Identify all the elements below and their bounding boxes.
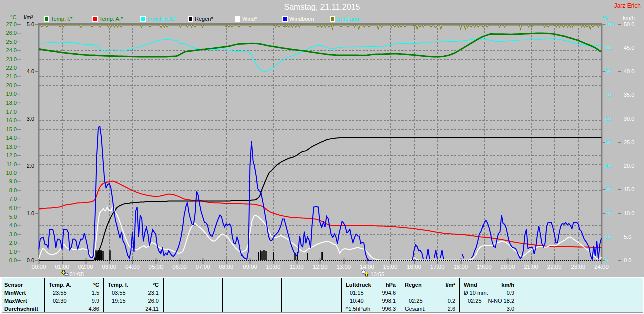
x-axis-value: 18:00 (453, 264, 468, 270)
temp-axis-value: 13.0 (6, 144, 17, 150)
temp-axis-value: 19.0 (6, 91, 17, 97)
table-value: 0.9 (464, 290, 514, 296)
table-divider (44, 278, 45, 312)
x-axis-value: 08:00 (219, 264, 233, 270)
temp-axis-value: 10.0 (6, 170, 17, 176)
table-col-unit: °C (108, 282, 159, 288)
temp-axis-value: 8.0 (9, 187, 17, 193)
temp-axis-value: 26.0 (6, 30, 17, 36)
wind-axis-value: 15.0 (624, 186, 634, 192)
wind-axis-value: 25.0 (624, 139, 634, 145)
rain-axis-value: 4.0 (27, 68, 34, 74)
table-value: 26.0 (108, 298, 159, 304)
rain-axis-value: 5.0 (27, 21, 34, 27)
temp-axis-value: 7.0 (9, 196, 17, 202)
temp-axis-value: 1.0 (9, 249, 17, 255)
x-axis-value: 06:00 (172, 264, 187, 270)
x-axis-value: 09:00 (243, 264, 257, 270)
table-row-label: Durchschnitt (4, 306, 38, 312)
x-axis-value: 24:00 (594, 264, 609, 270)
temp-axis-value: 14.0 (6, 135, 17, 141)
table-col-unit: l/m² (405, 282, 455, 288)
rain-axis-value: 2.0 (27, 163, 34, 169)
x-axis-value: 15:00 (383, 264, 398, 270)
humidity-axis-value: 40 (605, 163, 611, 169)
rain-axis-value: 1.0 (27, 210, 34, 216)
x-axis-value: 02:00 (78, 264, 93, 270)
temp-axis-value: 27.0 (6, 21, 17, 27)
table-value: 994.6 (346, 290, 396, 296)
table-col-unit: km/h (464, 282, 514, 288)
rain-axis-value: 3.0 (27, 116, 34, 122)
x-axis-value: 20:00 (501, 264, 515, 270)
weather-day-chart-window: Samstag, 21.11.2015 Jarz Erich °C l/m² %… (0, 0, 644, 314)
table-value: 998.1 (346, 298, 396, 304)
wind-axis-value: 5.0 (624, 234, 631, 240)
stats-table: SensorMinWertMaxWertDurchschnittTemp. A.… (2, 278, 643, 313)
x-axis-value: 00:00 (32, 264, 46, 270)
chart-plot-area: 27.026.025.024.023.022.021.020.019.018.0… (0, 0, 644, 279)
temp-axis-value: 21.0 (6, 73, 17, 79)
temp-axis-value: 18.0 (6, 100, 17, 106)
humidity-axis-value: 100 (605, 21, 614, 27)
table-col-unit: °C (49, 282, 99, 288)
table-divider (163, 278, 164, 312)
table-value: 3.0 (464, 306, 514, 312)
table-value: 2.6 (405, 306, 455, 312)
temp-axis-value: 11.0 (6, 161, 17, 167)
temp-axis-value: 24.0 (6, 47, 17, 53)
table-value: N-NO 18.2 (464, 298, 514, 304)
table-row-label: MinWert (4, 290, 26, 296)
x-axis-value: 13:00 (336, 264, 351, 270)
table-value: 4.86 (49, 306, 99, 312)
temp-axis-value: 5.0 (9, 214, 17, 220)
humidity-axis-value: 0 (605, 257, 608, 263)
x-axis-value: 12:00 (313, 264, 328, 270)
x-axis-value: 23:00 (571, 264, 585, 270)
temp-axis-value: 23.0 (6, 56, 17, 62)
x-axis-value: 04:00 (125, 264, 140, 270)
x-axis-value: 10:00 (266, 264, 281, 270)
time-marker-moonrise: 13:55 (362, 270, 384, 278)
moon-icon (362, 270, 365, 274)
table-row-label: Sensor (4, 282, 23, 288)
table-divider (281, 278, 282, 312)
table-value: 1.5 (49, 290, 99, 296)
table-divider (400, 278, 400, 312)
humidity-axis-value: 70 (605, 92, 611, 98)
humidity-axis-value: 20 (605, 210, 611, 216)
table-col-unit: hPa (346, 282, 396, 288)
x-axis-value: 14:00 (360, 264, 374, 270)
rain-axis-value: 0.0 (27, 257, 34, 263)
temp-axis-value: 20.0 (6, 82, 17, 88)
temp-axis-value: 2.0 (9, 240, 17, 246)
temp-axis-value: 16.0 (6, 117, 17, 123)
humidity-axis-value: 60 (605, 116, 611, 122)
humidity-axis-value: 30 (605, 186, 611, 192)
humidity-axis-value: 50 (605, 139, 611, 145)
marker-time: 01:05 (69, 271, 84, 277)
table-row-label: MaxWert (4, 298, 27, 304)
temp-axis-value: 12.0 (6, 152, 17, 158)
x-axis-value: 17:00 (430, 264, 445, 270)
table-divider (103, 278, 104, 312)
x-axis-value: 01:00 (55, 264, 69, 270)
x-axis-value: 16:00 (407, 264, 421, 270)
temp-axis-value: 22.0 (6, 65, 17, 71)
temp-axis-value: 0.0 (9, 257, 17, 263)
marker-time: 13:55 (371, 271, 385, 277)
table-value: 996.3 (346, 306, 396, 312)
temp-axis-value: 17.0 (6, 109, 17, 115)
temp-axis-value: 4.0 (9, 222, 17, 228)
humidity-axis-value: 90 (605, 45, 611, 51)
table-divider (341, 278, 342, 312)
time-marker-moonset: 01:05 (61, 270, 84, 277)
temp-axis-value: 3.0 (9, 231, 17, 237)
wind-axis-value: 35.0 (624, 92, 634, 98)
x-axis-value: 22:00 (547, 264, 562, 270)
humidity-axis-value: 80 (605, 68, 611, 74)
temp-axis-value: 6.0 (9, 205, 17, 211)
moon-icon (64, 273, 68, 275)
wind-axis-value: 10.0 (624, 210, 634, 216)
table-value: 23.1 (108, 290, 159, 296)
